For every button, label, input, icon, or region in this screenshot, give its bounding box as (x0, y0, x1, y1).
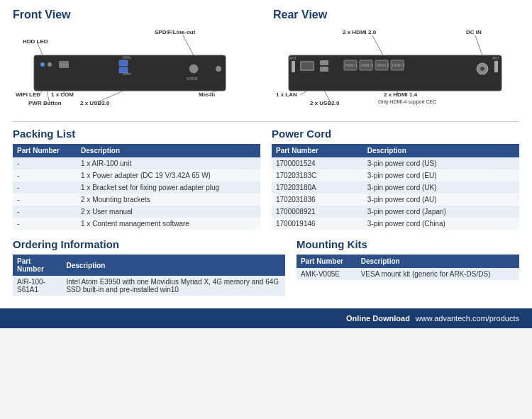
svg-line-15 (38, 43, 43, 55)
mounting-kits-panel: Mounting Kits Part Number Description AM… (297, 238, 519, 296)
table-row: -1 x Content management software (13, 218, 260, 230)
svg-text:HDMI 2: HDMI 2 (361, 63, 373, 67)
table-cell: 1700008921 (272, 206, 363, 218)
packing-list-col-partnum: Part Number (13, 144, 77, 157)
table-cell: 3-pin power cord (Japan) (363, 206, 519, 218)
svg-text:22Hz: 22Hz (123, 72, 131, 76)
mounting-kits-table: Part Number Description AMK-V005EVESA mo… (297, 255, 519, 280)
ordering-info-body: AIR-100-S61A1Intel Atom E3950 with one M… (13, 276, 285, 296)
front-view-area: 60Hz 22Hz S/PDIF HDD LED SPDIF/Line-out … (13, 26, 259, 108)
svg-rect-33 (320, 60, 328, 65)
table-row: 17020318363-pin power cord (AU) (272, 194, 519, 206)
power-cord-header-row: Part Number Description (272, 144, 519, 157)
table-row: 17000015243-pin power cord (US) (272, 157, 519, 169)
table-cell: AMK-V005E (297, 268, 357, 280)
table-cell: 1700019146 (272, 218, 363, 230)
svg-text:2 x HDMI 2.0: 2 x HDMI 2.0 (343, 29, 377, 35)
svg-point-11 (189, 65, 198, 73)
table-row: 170203183C3-pin power cord (EU) (272, 169, 519, 181)
table-row: -1 x Power adapter (DC 19 V/3.42A 65 W) (13, 169, 260, 181)
power-cord-table: Part Number Description 17000015243-pin … (272, 144, 519, 230)
table-row: -1 x AIR-100 unit (13, 157, 260, 169)
table-cell: AIR-100-S61A1 (13, 276, 62, 296)
svg-text:HDMI 3: HDMI 3 (377, 63, 389, 67)
rear-view-title: Rear View (273, 9, 519, 21)
svg-point-4 (60, 64, 62, 65)
packing-list-col-desc: Description (77, 144, 260, 157)
table-cell: - (13, 181, 77, 194)
table-cell: 1702031836 (272, 194, 363, 206)
table-cell: 170203180A (272, 181, 363, 194)
svg-point-13 (216, 66, 221, 72)
mounting-kits-col-partnum: Part Number (297, 255, 357, 268)
table-row: -1 x Bracket set for fixing power adapte… (13, 181, 260, 194)
table-cell: 2 x User manual (77, 206, 260, 218)
svg-rect-29 (292, 61, 295, 72)
front-view-svg: 60Hz 22Hz S/PDIF HDD LED SPDIF/Line-out … (13, 26, 247, 107)
mounting-kits-body: AMK-V005EVESA mount kit (generic for ARK… (297, 268, 519, 280)
svg-rect-45 (494, 61, 498, 72)
ordering-info-header-row: Part Number Description (13, 255, 285, 276)
svg-line-52 (300, 91, 307, 95)
table-row: -2 x User manual (13, 206, 260, 218)
table-cell: - (13, 157, 77, 169)
table-row: 17000191463-pin power cord (China) (272, 218, 519, 230)
table-cell: - (13, 194, 77, 206)
ordering-info-col-desc: Description (62, 255, 284, 276)
svg-text:Only HDMI-4 support CEC: Only HDMI-4 support CEC (378, 99, 436, 105)
table-row: -2 x Mounting brackets (13, 194, 260, 206)
packing-list-table: Part Number Description -1 x AIR-100 uni… (13, 144, 260, 230)
table-row: 170203180A3-pin power cord (UK) (272, 181, 519, 194)
svg-point-2 (48, 62, 52, 67)
table-cell: - (13, 218, 77, 230)
rear-view-svg: ANT HDMI 1 HDMI 2 HDMI 3 HDMI 4 (273, 26, 514, 107)
svg-point-6 (66, 64, 67, 65)
middle-tables: Packing List Part Number Description -1 … (13, 128, 519, 230)
ordering-info-table: Part Number Description AIR-100-S61A1Int… (13, 255, 285, 296)
mounting-kits-title: Mounting Kits (297, 238, 519, 252)
svg-rect-34 (320, 67, 328, 72)
svg-text:DC IN: DC IN (466, 29, 482, 35)
table-cell: 3-pin power cord (AU) (363, 194, 519, 206)
svg-text:HDMI 4: HDMI 4 (392, 63, 404, 67)
views-section: Front View 60Hz (13, 9, 519, 108)
svg-text:HDD LED: HDD LED (23, 38, 48, 45)
front-view-title: Front View (13, 9, 259, 21)
table-cell: VESA mount kit (generic for ARK-DS/DS) (357, 268, 519, 280)
power-cord-col-desc: Description (363, 144, 519, 157)
rear-view-panel: Rear View ANT HDMI 1 (273, 9, 519, 108)
svg-text:2 x HDMI 1.4: 2 x HDMI 1.4 (384, 91, 418, 98)
svg-point-44 (480, 67, 484, 71)
table-cell: 170203183C (272, 169, 363, 181)
table-cell: 3-pin power cord (EU) (363, 169, 519, 181)
svg-text:SPDIF/Line-out: SPDIF/Line-out (155, 29, 196, 35)
table-cell: - (13, 169, 77, 181)
power-cord-title: Power Cord (272, 128, 519, 141)
power-cord-panel: Power Cord Part Number Description 17000… (272, 128, 519, 230)
svg-text:ANT: ANT (492, 56, 499, 60)
svg-point-5 (63, 64, 65, 65)
footer: Online Download www.advantech.com/produc… (0, 308, 532, 328)
packing-list-body: -1 x AIR-100 unit-1 x Power adapter (DC … (13, 157, 260, 230)
table-cell: - (13, 206, 77, 218)
svg-rect-7 (119, 60, 128, 66)
table-row: AIR-100-S61A1Intel Atom E3950 with one M… (13, 276, 285, 296)
front-view-panel: Front View 60Hz (13, 9, 259, 108)
power-cord-body: 17000015243-pin power cord (US)170203183… (272, 157, 519, 230)
svg-text:60Hz: 60Hz (123, 55, 131, 60)
main-content: Front View 60Hz (0, 0, 532, 308)
ordering-info-col-partnum: Part Number (13, 255, 62, 276)
svg-text:WIFI LED: WIFI LED (16, 91, 40, 98)
packing-list-panel: Packing List Part Number Description -1 … (13, 128, 260, 230)
svg-text:PWR Button: PWR Button (28, 100, 62, 106)
table-cell: 2 x Mounting brackets (77, 194, 260, 206)
ordering-info-panel: Ordering Information Part Number Descrip… (13, 238, 285, 296)
table-cell: 3-pin power cord (US) (363, 157, 519, 169)
table-row: AMK-V005EVESA mount kit (generic for ARK… (297, 268, 519, 280)
mounting-kits-header-row: Part Number Description (297, 255, 519, 268)
svg-text:1 x COM: 1 x COM (51, 91, 74, 98)
divider-1 (13, 121, 519, 122)
svg-text:2 x USB2.0: 2 x USB2.0 (310, 100, 340, 106)
table-cell: 3-pin power cord (UK) (363, 181, 519, 194)
svg-rect-32 (301, 62, 313, 69)
